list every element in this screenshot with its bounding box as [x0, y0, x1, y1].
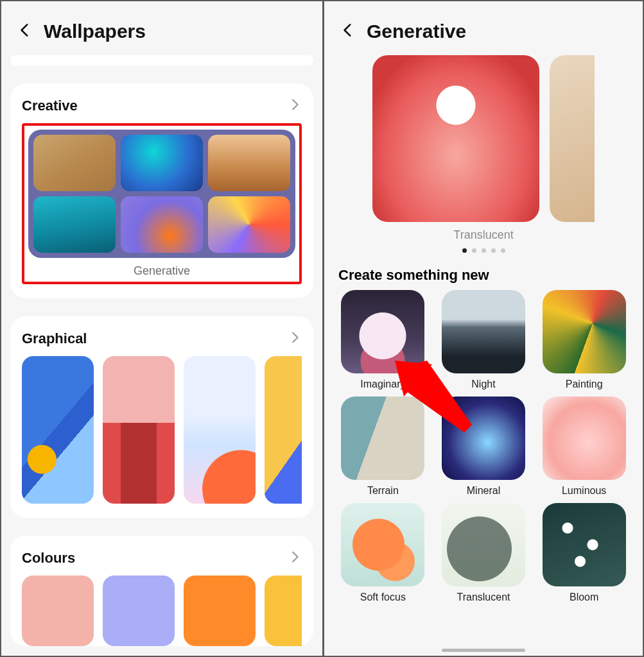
thumb-cell	[208, 135, 290, 191]
page-title: Wallpapers	[44, 21, 146, 42]
colour-tile[interactable]	[265, 576, 302, 646]
section-title: Creative	[22, 98, 78, 114]
top-strip-card	[10, 55, 313, 65]
wallpaper-tile[interactable]	[184, 356, 256, 504]
section-header-colours[interactable]: Colours	[22, 550, 302, 567]
tile-caption: Soft focus	[360, 592, 406, 603]
colour-tile[interactable]	[22, 576, 94, 646]
hero-caption: Translucent	[453, 228, 513, 242]
header: Wallpapers	[1, 1, 322, 55]
category-grid: Imaginary Night Painting Terrain Mineral…	[324, 290, 643, 616]
colour-tile[interactable]	[103, 576, 175, 646]
tile-thumb	[341, 397, 424, 480]
category-tile-luminous[interactable]: Luminous	[539, 397, 629, 497]
tile-thumb	[543, 290, 626, 373]
section-title: Graphical	[22, 330, 87, 347]
pane-generative: Generative Translucent Create something …	[324, 1, 643, 656]
category-tile-night[interactable]: Night	[439, 290, 528, 390]
dot-icon	[462, 248, 467, 253]
tile-caption: Translucent	[457, 592, 510, 603]
hero-tile-peek[interactable]	[550, 55, 595, 222]
colour-tile[interactable]	[184, 576, 256, 646]
carousel-dots	[462, 248, 505, 253]
section-title: Colours	[22, 550, 75, 567]
tile-caption: Terrain	[367, 485, 399, 497]
thumb-cell	[33, 135, 116, 191]
section-colours: Colours	[10, 536, 313, 646]
tile-caption: Luminous	[562, 485, 606, 497]
highlight-annotation: Generative	[22, 123, 302, 284]
thumb-cell	[208, 196, 290, 253]
category-tile-soft-focus[interactable]: Soft focus	[338, 503, 428, 603]
tile-thumb	[341, 290, 424, 373]
tile-thumb	[442, 397, 525, 480]
colour-row[interactable]	[22, 576, 302, 646]
dot-icon	[491, 248, 496, 253]
back-icon[interactable]	[340, 22, 356, 41]
category-tile-imaginary[interactable]: Imaginary	[338, 290, 428, 390]
hero-tile[interactable]	[372, 55, 539, 222]
wallpaper-row[interactable]	[22, 356, 302, 504]
tile-caption: Night	[471, 379, 495, 390]
hero-carousel[interactable]: Translucent	[324, 55, 643, 253]
thumb-cell	[121, 135, 203, 191]
back-icon[interactable]	[17, 22, 33, 41]
section-header-graphical[interactable]: Graphical	[22, 330, 302, 347]
page-title: Generative	[367, 21, 466, 42]
section-title-create: Create something new	[324, 253, 643, 290]
header: Generative	[324, 1, 643, 55]
section-header-creative[interactable]: Creative	[22, 98, 302, 114]
tile-caption: Generative	[28, 264, 295, 278]
section-graphical: Graphical	[10, 316, 313, 518]
chevron-right-icon	[288, 330, 302, 347]
home-indicator	[442, 649, 525, 652]
wallpaper-tile[interactable]	[22, 356, 94, 504]
tile-caption: Bloom	[570, 592, 598, 603]
thumb-cell	[33, 196, 116, 253]
dot-icon	[472, 248, 476, 253]
category-tile-terrain[interactable]: Terrain	[338, 397, 428, 497]
tile-caption: Imaginary	[360, 379, 405, 390]
tile-caption: Painting	[566, 379, 603, 390]
tile-generative[interactable]	[28, 130, 295, 258]
tile-thumb	[543, 503, 626, 586]
category-tile-painting[interactable]: Painting	[539, 290, 629, 390]
tile-thumb	[543, 397, 626, 480]
chevron-right-icon	[288, 98, 302, 114]
category-tile-translucent[interactable]: Translucent	[439, 503, 528, 603]
section-creative: Creative Generative	[10, 83, 313, 298]
wallpaper-tile[interactable]	[265, 356, 302, 504]
dot-icon	[482, 248, 486, 253]
category-tile-mineral[interactable]: Mineral	[439, 397, 528, 497]
chevron-right-icon	[288, 550, 302, 567]
category-tile-bloom[interactable]: Bloom	[539, 503, 629, 603]
tile-caption: Mineral	[467, 485, 500, 497]
wallpaper-tile[interactable]	[103, 356, 175, 504]
pane-wallpapers: Wallpapers Creative Generative Graphical	[1, 1, 322, 656]
tile-thumb	[341, 503, 424, 586]
tile-thumb	[442, 503, 525, 586]
thumb-cell	[121, 196, 203, 253]
tile-thumb	[442, 290, 525, 373]
dot-icon	[501, 248, 505, 253]
